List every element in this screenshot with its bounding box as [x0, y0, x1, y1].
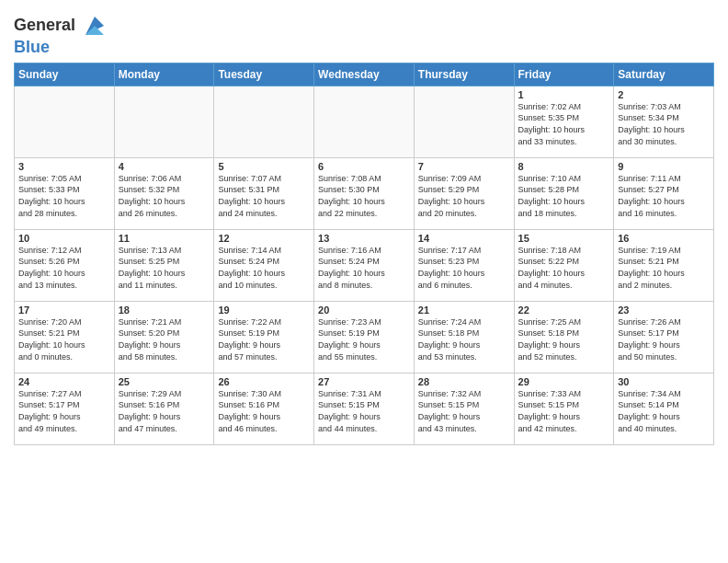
day-info: Sunrise: 7:19 AM Sunset: 5:21 PM Dayligh…: [618, 245, 710, 291]
day-number: 15: [518, 233, 610, 244]
day-number: 26: [218, 376, 310, 387]
calendar-body: 1Sunrise: 7:02 AM Sunset: 5:35 PM Daylig…: [15, 86, 714, 444]
day-number: 5: [218, 161, 310, 172]
calendar-cell: 10Sunrise: 7:12 AM Sunset: 5:26 PM Dayli…: [15, 229, 115, 301]
day-info: Sunrise: 7:34 AM Sunset: 5:14 PM Dayligh…: [618, 388, 710, 434]
day-number: 4: [119, 161, 210, 172]
header-saturday: Saturday: [614, 63, 714, 86]
calendar-cell: 21Sunrise: 7:24 AM Sunset: 5:18 PM Dayli…: [414, 301, 514, 373]
day-number: 6: [318, 161, 410, 172]
calendar-cell: 29Sunrise: 7:33 AM Sunset: 5:15 PM Dayli…: [514, 373, 614, 444]
calendar-cell: 15Sunrise: 7:18 AM Sunset: 5:22 PM Dayli…: [514, 229, 614, 301]
day-number: 10: [18, 233, 110, 244]
calendar-cell: 17Sunrise: 7:20 AM Sunset: 5:21 PM Dayli…: [15, 301, 115, 373]
day-info: Sunrise: 7:25 AM Sunset: 5:18 PM Dayligh…: [518, 316, 610, 362]
day-number: 14: [418, 233, 510, 244]
day-info: Sunrise: 7:23 AM Sunset: 5:19 PM Dayligh…: [318, 316, 410, 362]
calendar-cell: 23Sunrise: 7:26 AM Sunset: 5:17 PM Dayli…: [614, 301, 714, 373]
day-number: 22: [518, 304, 610, 316]
day-number: 18: [119, 304, 210, 316]
calendar-cell: 27Sunrise: 7:31 AM Sunset: 5:15 PM Dayli…: [314, 373, 415, 444]
calendar-cell: [314, 86, 415, 157]
day-info: Sunrise: 7:21 AM Sunset: 5:20 PM Dayligh…: [119, 316, 210, 362]
day-info: Sunrise: 7:12 AM Sunset: 5:26 PM Dayligh…: [18, 245, 110, 291]
calendar-cell: 3Sunrise: 7:05 AM Sunset: 5:33 PM Daylig…: [15, 157, 115, 229]
day-info: Sunrise: 7:30 AM Sunset: 5:16 PM Dayligh…: [218, 388, 310, 434]
day-number: 24: [18, 376, 110, 387]
header-thursday: Thursday: [414, 63, 514, 86]
calendar-cell: 12Sunrise: 7:14 AM Sunset: 5:24 PM Dayli…: [214, 229, 314, 301]
day-info: Sunrise: 7:29 AM Sunset: 5:16 PM Dayligh…: [119, 388, 210, 434]
header: General Blue: [14, 9, 714, 57]
calendar-cell: 7Sunrise: 7:09 AM Sunset: 5:29 PM Daylig…: [414, 157, 514, 229]
calendar-cell: 26Sunrise: 7:30 AM Sunset: 5:16 PM Dayli…: [214, 373, 314, 444]
day-info: Sunrise: 7:24 AM Sunset: 5:18 PM Dayligh…: [418, 316, 510, 362]
page-container: General Blue SundayMondayTuesdayWednesda…: [0, 0, 728, 454]
day-number: 28: [418, 376, 510, 387]
day-number: 3: [18, 161, 110, 172]
day-info: Sunrise: 7:08 AM Sunset: 5:30 PM Dayligh…: [318, 173, 410, 219]
day-info: Sunrise: 7:02 AM Sunset: 5:35 PM Dayligh…: [518, 101, 610, 147]
day-info: Sunrise: 7:10 AM Sunset: 5:28 PM Dayligh…: [518, 173, 610, 219]
calendar-cell: [414, 86, 514, 157]
calendar-cell: 6Sunrise: 7:08 AM Sunset: 5:30 PM Daylig…: [314, 157, 415, 229]
calendar-cell: 30Sunrise: 7:34 AM Sunset: 5:14 PM Dayli…: [614, 373, 714, 444]
day-number: 12: [218, 233, 310, 244]
calendar-cell: 11Sunrise: 7:13 AM Sunset: 5:25 PM Dayli…: [114, 229, 214, 301]
day-number: 23: [618, 304, 710, 316]
day-info: Sunrise: 7:03 AM Sunset: 5:34 PM Dayligh…: [618, 101, 710, 147]
logo-general-text: General: [14, 16, 75, 34]
day-number: 11: [119, 233, 210, 244]
day-info: Sunrise: 7:18 AM Sunset: 5:22 PM Dayligh…: [518, 245, 610, 291]
day-info: Sunrise: 7:13 AM Sunset: 5:25 PM Dayligh…: [119, 245, 210, 291]
day-number: 20: [318, 304, 410, 316]
day-number: 21: [418, 304, 510, 316]
calendar-cell: 2Sunrise: 7:03 AM Sunset: 5:34 PM Daylig…: [614, 86, 714, 157]
day-number: 29: [518, 376, 610, 387]
calendar-cell: 16Sunrise: 7:19 AM Sunset: 5:21 PM Dayli…: [614, 229, 714, 301]
week-row-3: 17Sunrise: 7:20 AM Sunset: 5:21 PM Dayli…: [15, 301, 714, 373]
day-info: Sunrise: 7:32 AM Sunset: 5:15 PM Dayligh…: [418, 388, 510, 434]
calendar-cell: 8Sunrise: 7:10 AM Sunset: 5:28 PM Daylig…: [514, 157, 614, 229]
calendar-cell: 22Sunrise: 7:25 AM Sunset: 5:18 PM Dayli…: [514, 301, 614, 373]
day-info: Sunrise: 7:05 AM Sunset: 5:33 PM Dayligh…: [18, 173, 110, 219]
calendar-cell: [114, 86, 214, 157]
header-tuesday: Tuesday: [214, 63, 314, 86]
calendar-table: SundayMondayTuesdayWednesdayThursdayFrid…: [14, 63, 714, 445]
day-info: Sunrise: 7:11 AM Sunset: 5:27 PM Dayligh…: [618, 173, 710, 219]
day-number: 7: [418, 161, 510, 172]
week-row-2: 10Sunrise: 7:12 AM Sunset: 5:26 PM Dayli…: [15, 229, 714, 301]
week-row-0: 1Sunrise: 7:02 AM Sunset: 5:35 PM Daylig…: [15, 86, 714, 157]
header-sunday: Sunday: [15, 63, 115, 86]
calendar-cell: 18Sunrise: 7:21 AM Sunset: 5:20 PM Dayli…: [114, 301, 214, 373]
day-number: 8: [518, 161, 610, 172]
day-info: Sunrise: 7:16 AM Sunset: 5:24 PM Dayligh…: [318, 245, 410, 291]
calendar-cell: 1Sunrise: 7:02 AM Sunset: 5:35 PM Daylig…: [514, 86, 614, 157]
day-info: Sunrise: 7:22 AM Sunset: 5:19 PM Dayligh…: [218, 316, 310, 362]
day-number: 16: [618, 233, 710, 244]
calendar-cell: 13Sunrise: 7:16 AM Sunset: 5:24 PM Dayli…: [314, 229, 415, 301]
day-info: Sunrise: 7:06 AM Sunset: 5:32 PM Dayligh…: [119, 173, 210, 219]
day-info: Sunrise: 7:07 AM Sunset: 5:31 PM Dayligh…: [218, 173, 310, 219]
day-number: 9: [618, 161, 710, 172]
day-number: 2: [618, 89, 710, 100]
header-wednesday: Wednesday: [314, 63, 415, 86]
calendar-cell: 5Sunrise: 7:07 AM Sunset: 5:31 PM Daylig…: [214, 157, 314, 229]
calendar-cell: 9Sunrise: 7:11 AM Sunset: 5:27 PM Daylig…: [614, 157, 714, 229]
logo-icon: [82, 13, 108, 39]
day-info: Sunrise: 7:20 AM Sunset: 5:21 PM Dayligh…: [18, 316, 110, 362]
day-info: Sunrise: 7:33 AM Sunset: 5:15 PM Dayligh…: [518, 388, 610, 434]
day-number: 25: [119, 376, 210, 387]
logo: General Blue: [14, 13, 108, 57]
day-number: 19: [218, 304, 310, 316]
day-number: 30: [618, 376, 710, 387]
logo-blue-text: Blue: [14, 38, 50, 56]
calendar-cell: [214, 86, 314, 157]
calendar-cell: 19Sunrise: 7:22 AM Sunset: 5:19 PM Dayli…: [214, 301, 314, 373]
week-row-1: 3Sunrise: 7:05 AM Sunset: 5:33 PM Daylig…: [15, 157, 714, 229]
calendar-header: SundayMondayTuesdayWednesdayThursdayFrid…: [15, 63, 714, 86]
calendar-cell: [15, 86, 115, 157]
day-number: 1: [518, 89, 610, 100]
week-row-4: 24Sunrise: 7:27 AM Sunset: 5:17 PM Dayli…: [15, 373, 714, 444]
calendar-cell: 4Sunrise: 7:06 AM Sunset: 5:32 PM Daylig…: [114, 157, 214, 229]
